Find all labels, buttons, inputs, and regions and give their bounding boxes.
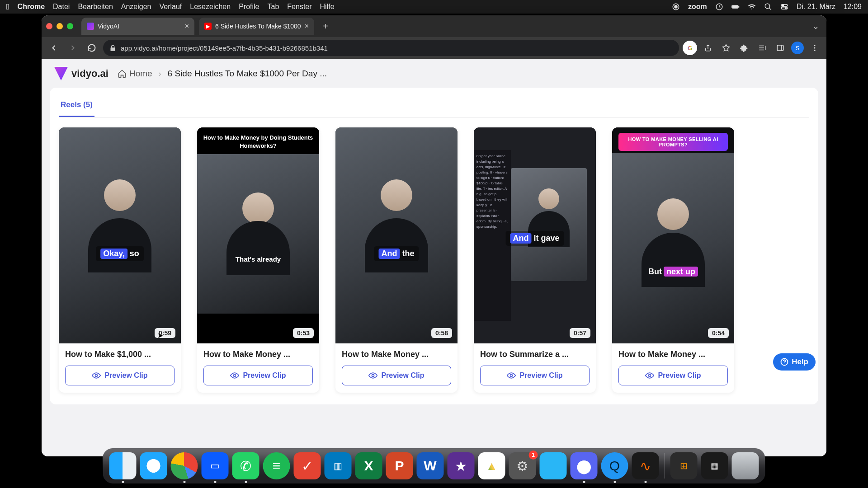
extensions-icon[interactable] [737, 41, 751, 55]
svg-point-19 [649, 375, 651, 377]
clip-title: How to Make Money ... [335, 343, 458, 362]
app-logo[interactable]: vidyo.ai [54, 67, 108, 80]
menubar-app-name[interactable]: Chrome [18, 3, 45, 11]
dock-word[interactable]: W [417, 452, 444, 479]
svg-point-12 [814, 45, 816, 46]
close-window-button[interactable] [46, 23, 52, 29]
dock-trello[interactable]: ▥ [325, 452, 352, 479]
preview-clip-button[interactable]: Preview Clip [618, 366, 728, 385]
clip-thumbnail[interactable]: How to Make Money by Doing Students Home… [197, 127, 319, 343]
reading-list-icon[interactable] [755, 41, 769, 55]
back-button[interactable] [46, 40, 61, 56]
dock-badge: 1 [529, 450, 538, 460]
dock-app-blue[interactable] [540, 452, 567, 479]
menubar-item[interactable]: Bearbeiten [78, 3, 113, 11]
svg-point-10 [785, 8, 786, 9]
menubar-item[interactable]: Anzeigen [121, 3, 151, 11]
clip-thumbnail[interactable]: HOW TO MAKE MONEY SELLING AI PROMPTS? Bu… [612, 127, 734, 343]
menubar-item[interactable]: Datei [53, 3, 70, 11]
duration-badge: 0:53 [293, 328, 314, 338]
reload-button[interactable] [84, 40, 99, 56]
duration-badge: 0:58 [431, 328, 452, 338]
dock-imovie[interactable]: ★ [448, 452, 475, 479]
record-icon[interactable] [672, 3, 680, 11]
help-button[interactable]: Help [773, 353, 816, 371]
preview-clip-button[interactable]: Preview Clip [480, 366, 590, 385]
dock-excel[interactable]: X [355, 452, 382, 479]
menubar-item[interactable]: Tab [268, 3, 279, 11]
battery-icon[interactable] [731, 3, 740, 11]
maximize-window-button[interactable] [67, 23, 73, 29]
dock-safari[interactable] [140, 452, 167, 479]
clip-title: How to Make Money ... [612, 343, 734, 362]
clip-thumbnail[interactable]: And the 0:58 [335, 127, 458, 343]
dock-zoom[interactable]: ▭ [202, 452, 229, 479]
dock-audio-app[interactable]: ∿ [632, 452, 659, 479]
dock-calculator[interactable]: ⊞ [670, 452, 698, 479]
apple-menu-icon[interactable]:  [6, 2, 9, 12]
dock-chrome[interactable] [171, 452, 198, 479]
browser-tab[interactable]: ▶ 6 Side Hustles To Make $1000 × [199, 18, 314, 35]
bookmark-icon[interactable] [719, 41, 733, 55]
eye-icon [507, 371, 516, 380]
menubar-time[interactable]: 12:09 [844, 3, 862, 11]
minimize-window-button[interactable] [57, 23, 63, 29]
breadcrumb-home[interactable]: Home [118, 69, 152, 79]
google-account-icon[interactable]: G [683, 41, 697, 55]
menubar-item[interactable]: Profile [239, 3, 259, 11]
help-label: Help [792, 357, 808, 366]
url-text: app.vidyo.ai/home/project/05149ee5-a7fb-… [121, 44, 328, 52]
dock-trash[interactable] [732, 452, 759, 479]
thumbnail-banner: HOW TO MAKE MONEY SELLING AI PROMPTS? [618, 133, 728, 151]
duration-badge: 0:54 [708, 328, 729, 338]
dock-discord[interactable]: ⬤ [571, 452, 598, 479]
tab-close-icon[interactable]: × [185, 22, 189, 30]
breadcrumb-current: 6 Side Hustles To Make $1000 Per Day ... [168, 69, 327, 79]
menubar-item[interactable]: Fenster [287, 3, 311, 11]
share-icon[interactable] [701, 41, 715, 55]
tab-favicon: ▶ [204, 23, 212, 30]
loading-icon[interactable] [715, 3, 723, 11]
menubar-item[interactable]: Hilfe [320, 3, 335, 11]
tab-reels[interactable]: Reels (5) [59, 97, 94, 117]
tab-close-icon[interactable]: × [305, 22, 309, 30]
dock-spotify[interactable]: ≡ [263, 452, 290, 479]
clip-thumbnail[interactable]: Okay, so 0:59 ➤ [59, 127, 181, 343]
breadcrumb-home-label: Home [129, 69, 152, 79]
dock-mission-control[interactable]: ▦ [701, 452, 728, 479]
wifi-icon[interactable] [748, 3, 756, 11]
browser-window: VidyoAI × ▶ 6 Side Hustles To Make $1000… [42, 15, 826, 456]
new-tab-button[interactable]: + [319, 19, 332, 33]
browser-tab[interactable]: VidyoAI × [81, 18, 194, 35]
control-center-icon[interactable] [780, 3, 788, 11]
eye-icon [92, 371, 101, 380]
preview-clip-button[interactable]: Preview Clip [203, 366, 313, 385]
clip-card: And the 0:58 How to Make Money ... Previ… [335, 127, 458, 393]
profile-avatar[interactable]: S [791, 42, 804, 54]
search-icon[interactable] [764, 3, 772, 11]
dock-todoist[interactable]: ✓ [294, 452, 321, 479]
dock-finder[interactable] [109, 452, 137, 479]
preview-clip-button[interactable]: Preview Clip [65, 366, 175, 385]
preview-label: Preview Clip [381, 371, 424, 380]
dock-googledrive[interactable]: ▲ [478, 452, 505, 479]
svg-rect-11 [777, 45, 783, 51]
dock-powerpoint[interactable]: P [386, 452, 413, 479]
menubar-date[interactable]: Di. 21. März [797, 3, 835, 11]
kebab-menu-icon[interactable] [807, 41, 822, 55]
tab-overflow-button[interactable]: ⌄ [812, 21, 819, 31]
thumbnail-banner: How to Make Money by Doing Students Home… [197, 127, 319, 154]
address-bar[interactable]: app.vidyo.ai/home/project/05149ee5-a7fb-… [103, 40, 679, 56]
svg-point-1 [675, 5, 677, 8]
dock-quicktime[interactable]: Q [601, 452, 628, 479]
clip-thumbnail[interactable]: 00 per year online · including being a a… [474, 127, 596, 343]
sidepanel-icon[interactable] [773, 41, 788, 55]
duration-badge: 0:59 [155, 328, 175, 338]
menubar-item[interactable]: Verlauf [160, 3, 182, 11]
dock-settings[interactable]: ⚙1 [509, 452, 536, 479]
dock-whatsapp[interactable]: ✆ [232, 452, 259, 479]
forward-button[interactable] [65, 40, 80, 56]
menubar-item[interactable]: Lesezeichen [190, 3, 231, 11]
zoom-status-label[interactable]: zoom [688, 3, 707, 11]
preview-clip-button[interactable]: Preview Clip [342, 366, 451, 385]
